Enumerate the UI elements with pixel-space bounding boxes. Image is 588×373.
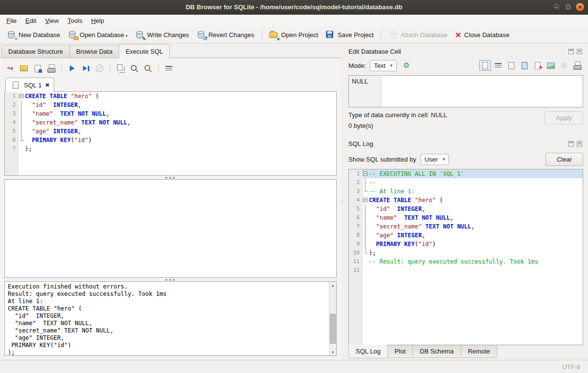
log-filter-label: Show SQL submitted by (348, 156, 416, 163)
tab-plot[interactable]: Plot (387, 345, 413, 358)
close-database-button[interactable]: ✕ Close Database (451, 29, 513, 41)
stop-icon[interactable] (94, 63, 105, 74)
execute-sql-panel: ↪ SQL 1 ✖ 1CREATE TABLE "hero" (2 "id" I… (0, 58, 341, 360)
sql-log-area[interactable]: 1-- EXECUTING ALL IN 'SQL 1'2--3-- At li… (348, 169, 583, 345)
export-icon[interactable] (545, 60, 557, 71)
word-wrap-icon[interactable] (492, 60, 504, 71)
tab-db-schema[interactable]: DB Schema (412, 345, 461, 358)
menu-help[interactable]: Help (87, 16, 109, 26)
menu-view[interactable]: View (41, 16, 63, 26)
code-line: 1CREATE TABLE "hero" ( (5, 92, 336, 101)
sql-tab-close-icon[interactable]: ✖ (45, 82, 49, 88)
paste-icon[interactable] (519, 60, 530, 71)
revert-changes-button[interactable]: ↺ Revert Changes (193, 28, 258, 41)
execution-log-text: Execution finished without errors. Resul… (5, 282, 329, 355)
save-project-button[interactable]: Save Project (322, 28, 378, 41)
scrollbar[interactable]: ▲ ▼ (329, 282, 336, 355)
menu-edit[interactable]: Edit (21, 16, 41, 26)
encoding-indicator: UTF-8 (562, 363, 580, 371)
fold-marker-icon[interactable] (363, 171, 367, 176)
code-line: 11-- Result: query executed successfully… (349, 257, 583, 266)
new-database-icon: + (7, 30, 16, 39)
fold-marker-icon[interactable] (19, 94, 23, 98)
menu-file[interactable]: File (2, 16, 21, 26)
tab-sql-log[interactable]: SQL Log (348, 345, 388, 358)
sql-log-dock-header: SQL Log ✕ (345, 138, 583, 149)
main-content: Database Structure Browse Data Execute S… (0, 43, 588, 360)
find-icon[interactable] (128, 63, 140, 74)
import-icon[interactable] (532, 60, 544, 71)
cell-editor[interactable]: NULL (348, 75, 583, 107)
open-project-button[interactable]: ▸ Open Project (265, 28, 322, 41)
open-database-dropdown-icon[interactable]: ▾ (125, 34, 127, 38)
write-changes-label: Write Changes (147, 31, 189, 39)
tab-remote[interactable]: Remote (461, 345, 498, 358)
gear-icon[interactable]: ⚙ (401, 60, 412, 71)
main-toolbar: + New Database Open Database ▾ ✎ Write C… (0, 26, 588, 43)
mode-select[interactable]: Text ▼ (370, 60, 397, 71)
tab-browse-data[interactable]: Browse Data (69, 45, 119, 58)
new-database-button[interactable]: + New Database (3, 28, 64, 41)
set-null-icon[interactable] (558, 60, 570, 71)
vertical-splitter[interactable]: ⋮ (341, 43, 345, 360)
execution-log[interactable]: Execution finished without errors. Resul… (4, 281, 337, 356)
scrollbar-track[interactable] (329, 289, 336, 349)
close-database-icon: ✕ (455, 31, 462, 39)
apply-button[interactable]: Apply (545, 111, 583, 124)
dock-close-icon[interactable]: ✕ (577, 49, 582, 54)
copy-icon[interactable] (506, 60, 517, 71)
code-line: 9 PRIMARY KEY("id") (349, 240, 583, 249)
maximize-button[interactable]: ▢ (564, 2, 573, 12)
window-title: DB Browser for SQLite - /home/user/code/… (0, 3, 588, 11)
app-window: DB Browser for SQLite - /home/user/code/… (0, 0, 588, 373)
sql-toolbar: ↪ (4, 62, 337, 75)
splitter-handle[interactable]: ●●● (4, 176, 337, 179)
save-project-icon (326, 30, 335, 39)
cell-type-text: Type of data currently in cell: NULL (348, 111, 540, 119)
title-bar[interactable]: DB Browser for SQLite - /home/user/code/… (0, 0, 588, 15)
cell-size-text: 0 byte(s) (348, 122, 540, 129)
dock-close-icon[interactable]: ✕ (577, 141, 582, 146)
cell-value-strip: NULL (349, 76, 382, 107)
tab-database-structure[interactable]: Database Structure (1, 45, 70, 58)
copy-icon[interactable] (115, 63, 126, 74)
cell-info-row: Type of data currently in cell: NULL 0 b… (345, 110, 583, 138)
toolbar-separator (262, 29, 262, 41)
log-filter-select[interactable]: User ▼ (421, 154, 449, 165)
code-line: 10); (349, 249, 583, 257)
menu-tools[interactable]: Tools (63, 16, 86, 26)
minimize-button[interactable]: – (552, 2, 561, 12)
attach-database-button[interactable]: Attach Database (385, 28, 451, 41)
close-button[interactable]: ✕ (575, 2, 585, 12)
format-sql-icon[interactable] (163, 63, 175, 74)
fold-marker-icon[interactable] (363, 198, 367, 202)
revert-changes-label: Revert Changes (208, 31, 254, 39)
print-icon[interactable] (45, 63, 57, 74)
scrollbar-thumb[interactable] (330, 314, 336, 344)
new-tab-icon[interactable]: ↪ (4, 63, 16, 74)
sql-file-tab[interactable]: SQL 1 ✖ (5, 78, 54, 92)
code-line: 5 "age" INTEGER, (5, 127, 336, 136)
dock-float-icon[interactable] (568, 141, 574, 146)
code-line: 6 PRIMARY KEY("id") (5, 136, 336, 145)
execute-current-line-icon[interactable] (80, 63, 92, 74)
print-icon[interactable] (571, 60, 583, 71)
scroll-down-icon[interactable]: ▼ (329, 349, 336, 355)
clear-button[interactable]: Clear (546, 153, 583, 166)
open-sql-file-icon[interactable] (18, 63, 30, 74)
splitter-handle[interactable]: ●●● (4, 278, 337, 281)
execute-all-icon[interactable] (66, 63, 78, 74)
dock-float-icon[interactable] (568, 49, 574, 54)
toolbar-separator (381, 29, 382, 41)
text-mode-icon[interactable] (479, 60, 491, 71)
save-sql-file-icon[interactable] (32, 63, 43, 74)
write-changes-button[interactable]: ✎ Write Changes (131, 28, 193, 41)
open-database-icon (68, 30, 77, 39)
find-replace-icon[interactable] (142, 63, 154, 74)
code-line: 2 "id" INTEGER, (5, 101, 336, 109)
open-database-button[interactable]: Open Database ▾ (64, 28, 131, 41)
sql-editor[interactable]: 1CREATE TABLE "hero" (2 "id" INTEGER,3 "… (4, 91, 337, 176)
scroll-up-icon[interactable]: ▲ (329, 282, 336, 289)
results-area[interactable] (4, 179, 337, 278)
tab-execute-sql[interactable]: Execute SQL (119, 44, 170, 58)
